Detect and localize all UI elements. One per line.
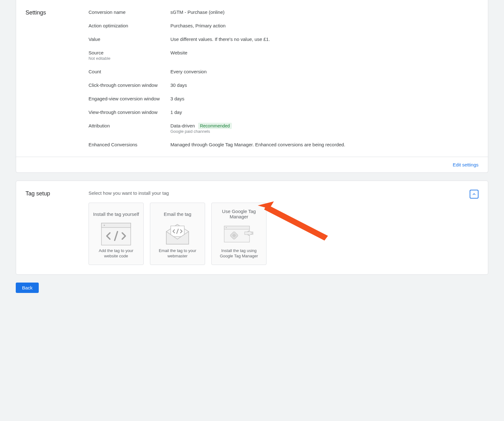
code-window-icon [101, 223, 131, 245]
value-count: Every conversion [170, 69, 478, 74]
envelope-code-icon [163, 223, 192, 245]
value-view-through: 1 day [170, 109, 478, 115]
chevron-up-icon [472, 192, 476, 196]
option-title-1: Install the tag yourself [92, 207, 140, 221]
option-title-3: Use Google Tag Manager [215, 207, 263, 221]
row-conversion-name: Conversion name sGTM - Purchase (online) [89, 9, 478, 15]
recommended-badge: Recommended [198, 123, 232, 129]
svg-point-2 [104, 225, 105, 226]
value-action-optimization: Purchases, Primary action [170, 23, 478, 28]
label-count: Count [89, 69, 170, 74]
label-enhanced: Enhanced Conversions [89, 142, 170, 147]
row-engaged-view: Engaged-view conversion window 3 days [89, 96, 478, 101]
label-source: Source Not editable [89, 50, 170, 61]
value-source: Website [170, 50, 478, 55]
value-click-through: 30 days [170, 82, 478, 88]
label-action-optimization: Action optimization [89, 23, 170, 28]
tag-setup-title: Tag setup [26, 190, 89, 197]
label-engaged-view: Engaged-view conversion window [89, 96, 170, 101]
label-attribution: Attribution [89, 123, 170, 128]
svg-rect-1 [101, 223, 131, 227]
tag-setup-card: Tag setup Select how you want to install… [16, 181, 488, 275]
value-attribution: Data-driven Recommended Google paid chan… [170, 123, 478, 134]
value-conversion-name: sGTM - Purchase (online) [170, 9, 478, 15]
svg-point-8 [226, 227, 227, 228]
settings-card: Settings Conversion name sGTM - Purchase… [16, 0, 488, 173]
label-click-through: Click-through conversion window [89, 82, 170, 88]
row-count: Count Every conversion [89, 69, 478, 74]
row-action-optimization: Action optimization Purchases, Primary a… [89, 23, 478, 28]
option-desc-1: Add the tag to your website code [92, 248, 140, 259]
option-install-yourself[interactable]: Install the tag yourself Add t [89, 203, 144, 265]
svg-rect-7 [224, 226, 249, 229]
row-source: Source Not editable Website [89, 50, 478, 61]
settings-card-footer: Edit settings [16, 157, 488, 172]
option-title-2: Email the tag [153, 207, 202, 221]
value-value: Use different values. If there's no valu… [170, 36, 478, 42]
value-enhanced: Managed through Google Tag Manager. Enha… [170, 142, 478, 147]
collapse-button[interactable] [470, 190, 478, 199]
sub-attribution: Google paid channels [170, 129, 478, 134]
sublabel-source: Not editable [89, 56, 170, 61]
label-conversion-name: Conversion name [89, 9, 170, 15]
label-view-through: View-through conversion window [89, 109, 170, 115]
option-email-tag[interactable]: Email the tag [150, 203, 205, 265]
value-engaged-view: 3 days [170, 96, 478, 101]
back-button[interactable]: Back [16, 283, 39, 293]
settings-title: Settings [26, 9, 89, 147]
row-enhanced-conversions: Enhanced Conversions Managed through Goo… [89, 142, 478, 147]
row-view-through: View-through conversion window 1 day [89, 109, 478, 115]
option-use-gtm[interactable]: Use Google Tag Manager [211, 203, 266, 265]
edit-settings-link[interactable]: Edit settings [453, 162, 478, 167]
label-value: Value [89, 36, 170, 42]
row-click-through: Click-through conversion window 30 days [89, 82, 478, 88]
row-value: Value Use different values. If there's n… [89, 36, 478, 42]
row-attribution: Attribution Data-driven Recommended Goog… [89, 123, 478, 134]
gtm-tag-icon [224, 223, 254, 245]
option-desc-3: Install the tag using Google Tag Manager [215, 248, 263, 259]
option-desc-2: Email the tag to your webmaster [153, 248, 202, 259]
tag-setup-prompt: Select how you want to install your tag [89, 190, 478, 196]
